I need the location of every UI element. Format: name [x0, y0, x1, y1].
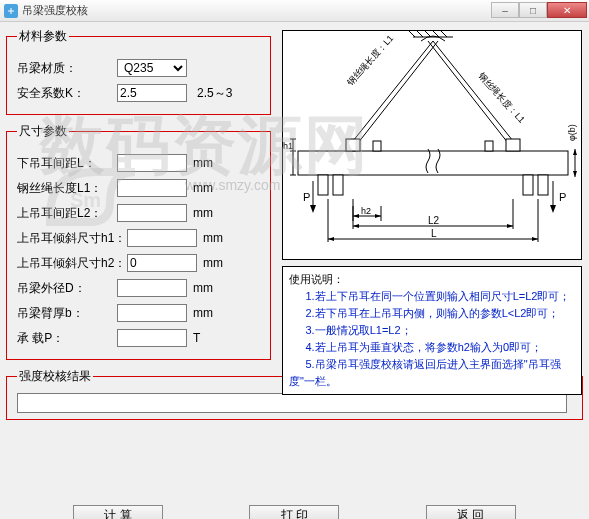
l1-unit: mm	[193, 181, 213, 195]
calculate-button[interactable]: 计 算	[73, 505, 163, 519]
window-title: 吊梁强度校核	[22, 3, 88, 18]
safety-k-label: 安全系数K：	[17, 85, 117, 102]
material-legend: 材料参数	[17, 28, 69, 45]
svg-text:L: L	[431, 228, 437, 239]
svg-text:P: P	[559, 191, 566, 203]
instructions-heading: 使用说明：	[289, 271, 575, 288]
svg-rect-13	[346, 139, 360, 151]
b-label: 吊梁臂厚b：	[17, 305, 117, 322]
svg-line-9	[425, 31, 431, 37]
instruction-5b: 度"一栏。	[289, 373, 575, 390]
result-legend: 强度校核结果	[17, 368, 93, 385]
svg-line-11	[441, 31, 447, 37]
result-input[interactable]	[17, 393, 567, 413]
svg-rect-12	[298, 151, 568, 175]
svg-marker-22	[310, 205, 316, 213]
svg-rect-15	[373, 141, 381, 151]
instruction-2: 2.若下吊耳在上吊耳内侧，则输入的参数L<L2即可；	[289, 305, 575, 322]
svg-marker-51	[573, 149, 577, 155]
p-label: 承 载P：	[17, 330, 117, 347]
dimension-legend: 尺寸参数	[17, 123, 69, 140]
l-unit: mm	[193, 156, 213, 170]
svg-marker-52	[573, 171, 577, 177]
svg-text:φ(b): φ(b)	[567, 124, 577, 141]
app-icon	[4, 4, 18, 18]
safety-k-hint: 2.5～3	[197, 85, 232, 102]
beam-diagram: 钢丝绳长度：L1 钢丝绳长度：L1 P	[282, 30, 582, 260]
rope-left-label: 钢丝绳长度：L1	[344, 33, 395, 88]
p-unit: T	[193, 331, 200, 345]
svg-rect-20	[538, 175, 548, 195]
instruction-4: 4.若上吊耳为垂直状态，将参数h2输入为0即可；	[289, 339, 575, 356]
instruction-3: 3.一般情况取L1=L2；	[289, 322, 575, 339]
l-input[interactable]	[117, 154, 187, 172]
print-button[interactable]: 打 印	[249, 505, 339, 519]
svg-marker-25	[550, 205, 556, 213]
instruction-1: 1.若上下吊耳在同一个位置则输入相同尺寸L=L2即可；	[289, 288, 575, 305]
l1-input[interactable]	[117, 179, 187, 197]
svg-rect-16	[485, 141, 493, 151]
l1-label: 钢丝绳长度L1：	[17, 180, 117, 197]
h2-label: 上吊耳倾斜尺寸h2：	[17, 255, 127, 272]
dimension-params-group: 尺寸参数 下吊耳间距L： mm 钢丝绳长度L1： mm 上吊耳间距L2： mm …	[6, 123, 271, 360]
h2-input[interactable]	[127, 254, 197, 272]
back-button[interactable]: 返 回	[426, 505, 516, 519]
svg-text:h2: h2	[361, 206, 371, 216]
h1-label: 上吊耳倾斜尺寸h1：	[17, 230, 127, 247]
l-label: 下吊耳间距L：	[17, 155, 117, 172]
d-label: 吊梁外径D：	[17, 280, 117, 297]
rope-right-label: 钢丝绳长度：L1	[476, 70, 527, 125]
safety-k-input[interactable]	[117, 84, 187, 102]
svg-text:L2: L2	[428, 215, 440, 226]
svg-marker-46	[532, 237, 538, 241]
d-input[interactable]	[117, 279, 187, 297]
b-unit: mm	[193, 306, 213, 320]
window-titlebar: 吊梁强度校核 – □ ✕	[0, 0, 589, 22]
instructions-panel: 使用说明： 1.若上下吊耳在同一个位置则输入相同尺寸L=L2即可； 2.若下吊耳…	[282, 266, 582, 395]
p-input[interactable]	[117, 329, 187, 347]
instruction-5a: 5.吊梁吊耳强度校核请返回后进入主界面选择"吊耳强	[289, 356, 575, 373]
svg-marker-39	[353, 224, 359, 228]
d-unit: mm	[193, 281, 213, 295]
h1-input[interactable]	[127, 229, 197, 247]
l2-input[interactable]	[117, 204, 187, 222]
b-input[interactable]	[117, 304, 187, 322]
svg-rect-18	[333, 175, 343, 195]
material-label: 吊梁材质：	[17, 60, 117, 77]
svg-text:h1: h1	[283, 141, 293, 151]
h1-unit: mm	[203, 231, 223, 245]
l2-unit: mm	[193, 206, 213, 220]
h2-unit: mm	[203, 256, 223, 270]
l2-label: 上吊耳间距L2：	[17, 205, 117, 222]
svg-line-2	[353, 41, 433, 141]
svg-marker-40	[507, 224, 513, 228]
svg-rect-14	[506, 139, 520, 151]
svg-marker-35	[353, 214, 359, 218]
svg-line-8	[417, 31, 423, 37]
svg-rect-17	[318, 175, 328, 195]
minimize-button[interactable]: –	[491, 2, 519, 18]
svg-line-7	[409, 31, 415, 37]
svg-marker-36	[375, 214, 381, 218]
maximize-button[interactable]: □	[519, 2, 547, 18]
svg-marker-45	[328, 237, 334, 241]
svg-rect-19	[523, 175, 533, 195]
svg-text:P: P	[303, 191, 310, 203]
material-select[interactable]: Q235	[117, 59, 187, 77]
material-params-group: 材料参数 吊梁材质： Q235 安全系数K： 2.5～3	[6, 28, 271, 115]
close-button[interactable]: ✕	[547, 2, 587, 18]
